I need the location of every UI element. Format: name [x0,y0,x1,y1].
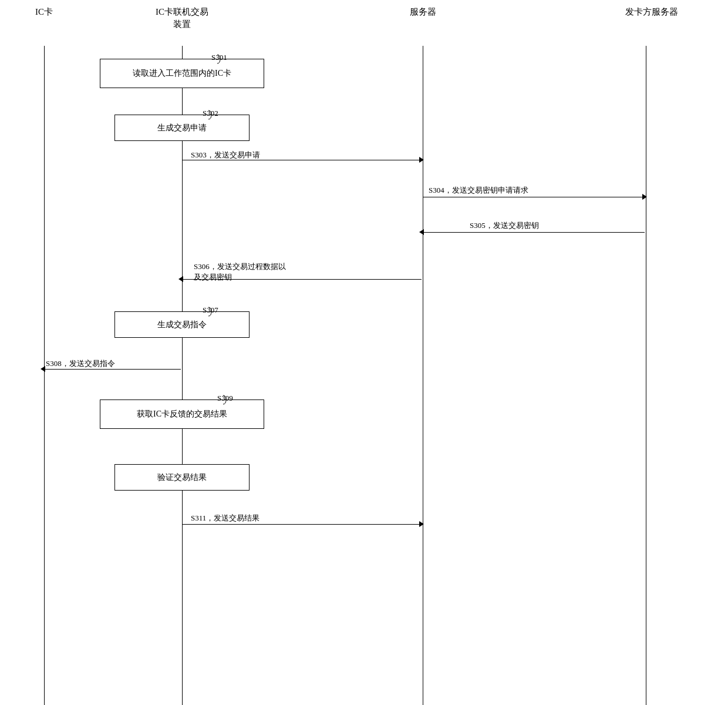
label-s311: S311，发送交易结果 [191,513,259,523]
lifeline-ic-device [182,46,183,705]
box-s307: 生成交易指令 [114,311,250,338]
label-s304: S304，发送交易密钥申请请求 [429,185,528,196]
arrowhead-s311 [419,521,424,527]
bracket-s301 [205,52,223,66]
box-s302: 生成交易申请 [114,115,250,141]
bracket-s309 [211,392,229,407]
bracket-s302 [197,108,214,122]
arrow-s304 [423,197,645,197]
box-s309: 获取IC卡反馈的交易结果 [100,400,264,429]
lifeline-issuer [646,46,646,705]
arrowhead-s305 [419,229,424,235]
arrow-s305 [423,232,645,233]
arrow-s308 [44,369,181,370]
lifeline-server [423,46,423,705]
label-s305: S305，发送交易密钥 [470,220,539,231]
bracket-s307 [197,304,214,319]
label-s306: S306，发送交易过程数据以及交易密钥 [194,261,286,283]
col-ic-card: IC卡 [18,6,70,18]
box-s310: 验证交易结果 [114,464,250,491]
lifeline-ic-card [44,46,45,705]
sequence-diagram: IC卡 IC卡联机交易装置 服务器 发卡方服务器 读取进入工作范围内的IC卡 S… [0,0,728,705]
label-s308: S308，发送交易指令 [46,358,115,369]
arrowhead-s304 [642,194,647,200]
col-server: 服务器 [382,6,464,18]
arrow-s311 [182,524,422,525]
arrowhead-s303 [419,157,424,163]
box-s301: 读取进入工作范围内的IC卡 [100,59,264,88]
col-ic-device: IC卡联机交易装置 [126,6,238,31]
col-issuer-server: 发卡方服务器 [599,6,705,18]
label-s303: S303，发送交易申请 [191,150,260,160]
arrowhead-s306 [178,276,183,282]
arrowhead-s308 [41,366,45,372]
